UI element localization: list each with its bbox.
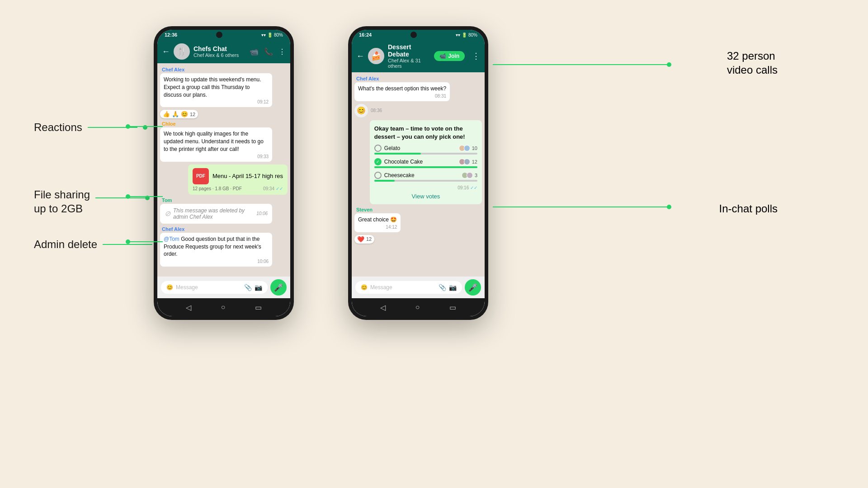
reactions-connector xyxy=(0,0,172,140)
polls-label: In-chat polls xyxy=(719,202,778,215)
p2-sender-4: Steven xyxy=(354,207,401,212)
admin-delete-line xyxy=(103,244,152,245)
menu-icon-2[interactable]: ⋮ xyxy=(472,51,480,61)
choccake-av2 xyxy=(464,159,470,165)
input-placeholder-2: Message xyxy=(370,284,436,291)
gelato-radio[interactable] xyxy=(374,145,382,152)
poll-option-cheesecake[interactable]: Cheesecake 3 xyxy=(374,172,477,182)
svg-point-9 xyxy=(667,205,671,209)
back-nav-2[interactable]: ◁ xyxy=(380,303,386,312)
cheesecake-name: Cheesecake xyxy=(384,172,415,178)
reactions-label: Reactions xyxy=(34,121,147,134)
camera-btn-1[interactable]: 📷 xyxy=(255,284,262,291)
chat-body-1: Chef Alex Working to update this weekend… xyxy=(157,63,290,277)
svg-point-7 xyxy=(667,62,671,67)
bottom-nav-2: ◁ ○ ▭ xyxy=(352,298,485,316)
msg-time-5: 10:06 xyxy=(164,259,269,264)
reactions-1: 👍 🙏 😊 12 xyxy=(160,110,198,118)
avatar-1: 🍴 xyxy=(174,43,190,60)
bubble-5: @Tom Good question but put that in the P… xyxy=(160,233,272,267)
input-field-1[interactable]: 😊 Message 📎 📷 xyxy=(161,281,268,294)
deleted-text-1: This message was deleted by admin Chef A… xyxy=(173,207,254,220)
avatar-2: 🍰 xyxy=(368,48,384,64)
video-icon-1[interactable]: 📹 xyxy=(250,47,259,56)
back-btn-2[interactable]: ← xyxy=(356,52,364,61)
video-calls-text: 32 personvideo calls xyxy=(727,49,778,77)
msg-text-5: @Tom Good question but put that in the P… xyxy=(164,235,269,258)
p2-msg-time-1: 08:31 xyxy=(358,94,446,99)
bottom-nav-1: ◁ ○ ▭ xyxy=(157,298,290,316)
attach-btn-1[interactable]: 📎 xyxy=(244,284,252,291)
back-btn-1[interactable]: ← xyxy=(162,47,170,56)
chat-header-1[interactable]: ← 🍴 Chefs Chat Chef Alex & 6 others 📹 📞 … xyxy=(157,40,290,63)
home-nav-2[interactable]: ○ xyxy=(415,303,420,311)
chat-sub-1: Chef Alex & 6 others xyxy=(193,52,246,58)
poll-time: 09:16 ✓✓ xyxy=(374,185,477,190)
attach-btn-2[interactable]: 📎 xyxy=(439,284,446,291)
gelato-stats: 10 xyxy=(460,145,477,151)
camera-btn-2[interactable]: 📷 xyxy=(449,284,457,291)
reactions-container-1: 👍 🙏 😊 12 xyxy=(160,108,272,118)
choccake-radio[interactable]: ✓ xyxy=(374,158,382,165)
reaction-pray: 🙏 xyxy=(172,111,179,117)
view-votes-btn[interactable]: View votes xyxy=(374,193,477,200)
message-4: Tom ⊘ This message was deleted by admin … xyxy=(160,197,272,224)
msg-time-1: 09:12 xyxy=(164,99,269,104)
p2-msg-time-4: 14:12 xyxy=(358,225,397,230)
sender-4: Tom xyxy=(160,197,272,203)
input-field-2[interactable]: 😊 Message 📎 📷 xyxy=(355,281,462,294)
home-nav-1[interactable]: ○ xyxy=(221,303,226,311)
p2-message-4: Steven Great choice 🤩 14:12 ❤️ 12 xyxy=(354,207,401,244)
cheesecake-count: 3 xyxy=(475,173,477,178)
p2-message-2: 😊 08:36 xyxy=(354,104,382,117)
recent-nav-1[interactable]: ▭ xyxy=(255,303,262,312)
time-2: 16:24 xyxy=(359,32,372,38)
cheesecake-radio[interactable] xyxy=(374,172,382,179)
back-nav-1[interactable]: ◁ xyxy=(186,303,191,312)
mic-btn-2[interactable]: 🎤 xyxy=(465,279,481,296)
phone-2: 16:24 ▾▾ 🔋 80% ← 🍰 Dessert Debate Chef A… xyxy=(348,26,488,320)
mic-btn-1[interactable]: 🎤 xyxy=(270,279,287,296)
admin-delete-label: Admin delete xyxy=(34,238,162,251)
bubble-1: Working to update this weekend's menu. E… xyxy=(160,73,272,107)
deleted-time-1: 10:06 xyxy=(256,211,268,216)
sender-5: Chef Alex xyxy=(160,226,272,232)
p2-message-1: Chef Alex What's the dessert option this… xyxy=(354,76,450,101)
p2-bubble-1: What's the dessert option this week? 08:… xyxy=(354,82,450,101)
cheesecake-av2 xyxy=(467,172,473,178)
battery-icons-1: ▾▾ 🔋 80% xyxy=(261,33,283,38)
emoji-btn-1[interactable]: 😊 xyxy=(166,284,173,291)
deleted-icon: ⊘ xyxy=(165,209,170,218)
poll-option-gelato[interactable]: Gelato 10 xyxy=(374,145,477,155)
reaction-count-1: 12 xyxy=(190,112,195,117)
file-meta-1: 12 pages · 1.8 GB · PDF xyxy=(193,186,242,191)
gelato-count: 10 xyxy=(472,145,477,151)
p2-bubble-4: Great choice 🤩 14:12 xyxy=(354,213,401,232)
chat-sub-2: Chef Alex & 31 others xyxy=(388,58,430,69)
p2-chloe-avatar: 😊 xyxy=(354,104,368,117)
chat-input-1: 😊 Message 📎 📷 🎤 xyxy=(157,277,290,298)
call-icon-1[interactable]: 📞 xyxy=(264,47,273,56)
video-calls-label: 32 personvideo calls xyxy=(727,49,778,77)
poll-option-choccake[interactable]: ✓ Chocolate Cake 12 xyxy=(374,158,477,168)
reaction-thumbs: 👍 xyxy=(163,111,170,117)
recent-nav-2[interactable]: ▭ xyxy=(449,303,456,312)
battery-icons-2: ▾▾ 🔋 80% xyxy=(456,33,477,38)
chat-header-2[interactable]: ← 🍰 Dessert Debate Chef Alex & 31 others… xyxy=(352,40,485,72)
chat-info-2: Dessert Debate Chef Alex & 31 others xyxy=(388,43,430,69)
sender-1: Chef Alex xyxy=(160,67,272,72)
p2-msg-text-4: Great choice 🤩 xyxy=(358,216,397,224)
join-button[interactable]: 📹 Join xyxy=(434,51,465,61)
notch-2 xyxy=(410,32,417,38)
deleted-bubble-1: ⊘ This message was deleted by admin Chef… xyxy=(160,204,272,224)
file-name-1: Menu - April 15-17 high res xyxy=(212,173,283,179)
emoji-btn-2[interactable]: 😊 xyxy=(361,284,368,291)
chat-name-2: Dessert Debate xyxy=(388,43,430,58)
cheesecake-stats: 3 xyxy=(463,172,477,178)
menu-icon-1[interactable]: ⋮ xyxy=(278,47,286,56)
pdf-icon: PDF xyxy=(193,168,209,184)
file-sharing-line xyxy=(95,197,145,198)
reaction-smile: 😊 xyxy=(181,111,188,117)
chat-name-1: Chefs Chat xyxy=(193,45,246,52)
message-2: Chloe We took high quality images for th… xyxy=(160,121,272,161)
